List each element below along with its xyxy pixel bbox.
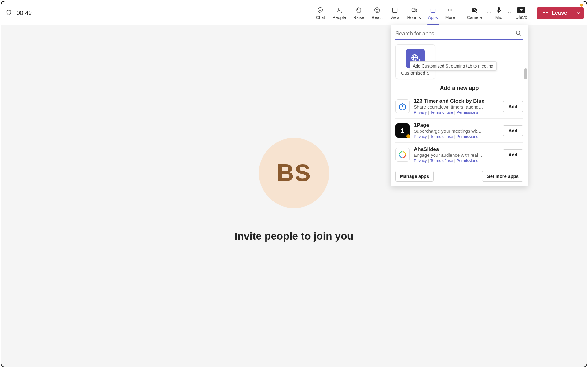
permissions-link[interactable]: Permissions <box>457 134 478 139</box>
react-button[interactable]: React <box>368 4 387 22</box>
people-icon <box>336 6 343 14</box>
apps-label: Apps <box>428 15 438 20</box>
participant-avatar: BS <box>259 138 329 208</box>
people-button[interactable]: People <box>329 4 350 22</box>
mic-icon <box>495 6 502 14</box>
meeting-toolbar: 00:49 Chat People Raise React View <box>1 1 587 25</box>
svg-point-17 <box>451 9 452 10</box>
share-label: Share <box>516 15 527 20</box>
terms-link[interactable]: Terms of use <box>430 158 453 163</box>
mic-label: Mic <box>495 15 502 20</box>
view-label: View <box>390 15 399 20</box>
app-item-ahaslides: AhaSlides Engage your audience with real… <box>395 143 523 167</box>
leave-button[interactable]: Leave <box>537 7 573 19</box>
more-label: More <box>445 15 455 20</box>
svg-rect-10 <box>412 8 415 11</box>
svg-point-15 <box>448 9 449 10</box>
svg-point-5 <box>376 9 377 9</box>
apps-icon <box>429 6 437 14</box>
add-new-app-heading: Add a new app <box>391 85 528 91</box>
privacy-link[interactable]: Privacy <box>414 134 427 139</box>
apps-panel: Customised S Add Customised Streaming ta… <box>391 25 528 186</box>
add-button[interactable]: Add <box>503 149 523 160</box>
shield-icon[interactable] <box>6 9 12 17</box>
panel-scrollbar[interactable] <box>524 68 527 79</box>
phone-down-icon <box>542 9 549 17</box>
svg-point-6 <box>378 9 378 9</box>
terms-link[interactable]: Terms of use <box>430 134 453 139</box>
share-button[interactable]: Share <box>512 7 531 20</box>
camera-button[interactable]: Camera <box>464 6 485 20</box>
svg-point-16 <box>450 9 450 10</box>
svg-line-24 <box>520 34 521 35</box>
svg-point-3 <box>338 8 340 10</box>
more-button[interactable]: More <box>442 4 459 22</box>
grid-icon <box>391 6 399 14</box>
rooms-label: Rooms <box>407 15 421 20</box>
camera-chevron[interactable] <box>486 11 492 16</box>
tile-label: Customised S <box>401 70 429 75</box>
mic-button[interactable]: Mic <box>492 6 505 20</box>
window-status-dot <box>580 4 583 7</box>
leave-label: Leave <box>552 10 567 16</box>
leave-chevron-button[interactable] <box>573 7 584 19</box>
rooms-button[interactable]: Rooms <box>403 4 424 22</box>
react-label: React <box>372 15 383 20</box>
terms-link[interactable]: Terms of use <box>430 110 453 115</box>
svg-point-0 <box>318 7 323 12</box>
manage-apps-button[interactable]: Manage apps <box>395 171 434 182</box>
raise-label: Raise <box>353 15 364 20</box>
privacy-link[interactable]: Privacy <box>414 158 427 163</box>
share-screen-icon <box>517 7 525 13</box>
app-search-box[interactable] <box>395 28 523 40</box>
people-label: People <box>333 15 346 20</box>
camera-label: Camera <box>467 15 482 20</box>
app-item-timer: 123 Timer and Clock by Blue Share countd… <box>395 94 523 119</box>
more-icon <box>447 6 454 14</box>
app-desc: Supercharge your meetings wit… <box>414 128 498 134</box>
app-name: 123 Timer and Clock by Blue <box>414 98 498 104</box>
invite-heading: Invite people to join you <box>234 230 353 242</box>
app-name: AhaSlides <box>414 146 498 153</box>
tile-tooltip: Add Customised Streaming tab to meeting <box>410 61 497 71</box>
add-button[interactable]: Add <box>503 101 523 112</box>
raise-button[interactable]: Raise <box>350 4 368 22</box>
mic-chevron[interactable] <box>506 11 512 16</box>
app-desc: Engage your audience with real … <box>414 153 498 158</box>
chat-icon <box>317 6 324 14</box>
permissions-link[interactable]: Permissions <box>457 158 478 163</box>
ahaslides-app-icon <box>395 148 410 162</box>
view-button[interactable]: View <box>386 4 403 22</box>
emoji-icon <box>373 6 381 14</box>
meeting-timer: 00:49 <box>17 9 32 17</box>
svg-point-23 <box>516 31 520 34</box>
rooms-icon <box>410 6 418 14</box>
meeting-window: 00:49 Chat People Raise React View <box>1 1 587 367</box>
privacy-link[interactable]: Privacy <box>414 110 427 115</box>
permissions-link[interactable]: Permissions <box>457 110 478 115</box>
avatar-initials: BS <box>277 159 311 187</box>
raise-hand-icon <box>355 6 362 14</box>
app-desc: Share countdown timers, agend… <box>414 104 498 109</box>
apps-button[interactable]: Apps <box>424 4 442 22</box>
chat-button[interactable]: Chat <box>312 4 329 22</box>
svg-rect-21 <box>498 7 500 11</box>
camera-off-icon <box>471 6 478 14</box>
timer-app-icon <box>395 99 410 113</box>
app-item-1page: 1 1Page Supercharge your meetings wit… P… <box>395 119 523 143</box>
app-name: 1Page <box>414 122 498 128</box>
app-search-input[interactable] <box>395 28 523 39</box>
toolbar-divider <box>461 8 461 18</box>
chat-label: Chat <box>316 15 325 20</box>
add-button[interactable]: Add <box>503 125 523 136</box>
svg-point-4 <box>375 7 380 13</box>
search-icon <box>516 31 521 37</box>
get-more-apps-button[interactable]: Get more apps <box>482 171 523 182</box>
1page-app-icon: 1 <box>395 123 410 138</box>
